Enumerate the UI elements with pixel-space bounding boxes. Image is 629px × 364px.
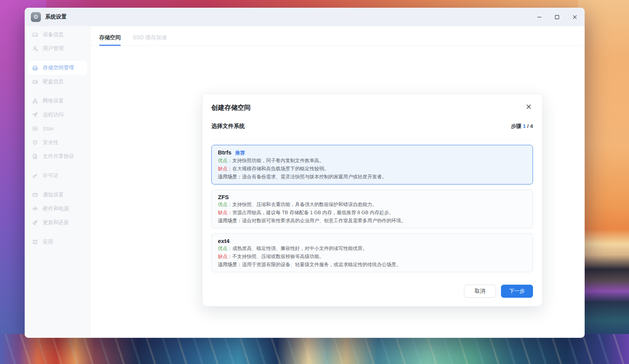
scene-text: 适用于资源有限的设备、轻量级文件服务，或追求稳定性的传统办公场景。 [242, 262, 401, 267]
power-icon [32, 206, 38, 212]
network-icon [32, 98, 38, 104]
sidebar-item-security[interactable]: 安全性 [29, 136, 87, 149]
settings-window: ⚙ 系统设置 设备信息 用户管理 [25, 8, 585, 338]
maximize-icon[interactable] [554, 14, 560, 20]
paper-plane-icon [32, 112, 38, 118]
sidebar-item-update-restore[interactable]: 更新和还原 [29, 216, 87, 230]
titlebar: ⚙ 系统设置 [25, 8, 585, 26]
pros-text: 支持快照、压缩和去重功能，具备强大的数据保护和错误自愈能力。 [233, 202, 377, 207]
pros-label: 优点： [218, 246, 233, 251]
user-icon [32, 45, 38, 52]
envelope-icon [32, 192, 38, 198]
dialog-footer: 取消 下一步 [464, 285, 533, 298]
fs-scene-line: 适用场景：适合有备份需求、需灵活快照与版本控制的家庭用户或轻度开发者。 [218, 173, 526, 181]
sidebar-item-label: 通知设置 [43, 191, 64, 198]
sidebar-item-network-settings[interactable]: 网络设置 [29, 94, 87, 108]
sidebar-item-label: 存储空间管理 [43, 64, 74, 71]
cons-label: 缺点： [218, 210, 233, 215]
window-title: 系统设置 [45, 13, 67, 20]
fs-pros-line: 优点：支持快照、压缩和去重功能，具备强大的数据保护和错误自愈能力。 [218, 201, 526, 208]
sidebar-group: 通知设置 硬件和电源 更新和还原 [25, 188, 91, 230]
create-storage-dialog: 创建存储空间 选择文件系统 步骤 1 / 4 Btrfs 推荐 优点：支持快照功… [202, 94, 543, 307]
next-button[interactable]: 下一步 [501, 285, 533, 298]
cons-label: 缺点： [218, 254, 233, 259]
window-controls [536, 14, 578, 20]
sidebar-item-hardware-power[interactable]: 硬件和电源 [29, 202, 87, 216]
sidebar-item-label: 用户管理 [43, 45, 64, 52]
fs-name: ZFS [218, 194, 229, 200]
sidebar-item-label: SSH [43, 126, 54, 132]
sidebar-item-user-management[interactable]: 用户管理 [29, 42, 87, 55]
minimize-icon[interactable] [536, 14, 542, 20]
fs-card-ext4[interactable]: ext4 优点：成熟度高、稳定性强、兼容性好，对中小文件的读写性能优异。 缺点：… [211, 233, 533, 272]
cons-text: 在大规模存储和高负载场景下的稳定性较弱。 [233, 166, 329, 171]
wallpaper-bottom [0, 334, 629, 364]
tab-bar: 存储空间 SSD 缓存加速 [91, 26, 585, 46]
sidebar-item-label: 文件共享协议 [43, 153, 74, 160]
device-icon [32, 32, 38, 38]
sidebar-item-label: 许可证 [43, 172, 59, 179]
scene-label: 适用场景： [218, 174, 242, 179]
sidebar: 设备信息 用户管理 存储空间管理 硬盘信息 [25, 26, 91, 338]
fs-cons-line: 缺点：不支持快照、压缩或数据校验等高级功能。 [218, 253, 526, 260]
sidebar-item-label: 硬件和电源 [43, 205, 69, 212]
fs-name: ext4 [218, 238, 229, 244]
dialog-title: 创建存储空间 [211, 103, 533, 112]
tab-ssd-cache[interactable]: SSD 缓存加速 [133, 34, 167, 45]
sidebar-item-label: 应用 [43, 238, 53, 245]
step-rest: / 4 [526, 123, 533, 129]
sidebar-item-disk-info[interactable]: 硬盘信息 [29, 75, 87, 89]
fs-pros-line: 优点：支持快照功能，同子卷内复制文件效率高。 [218, 157, 526, 164]
sidebar-item-remote-access[interactable]: 远程访问 [29, 108, 87, 122]
sidebar-item-label: 网络设置 [43, 97, 64, 104]
fs-cons-line: 缺点：资源占用较高，建议每 TB 存储配备 1 GB 内存，最低推荐 8 GB … [218, 209, 526, 216]
sidebar-group: 设备信息 用户管理 [25, 28, 91, 55]
sidebar-item-storage-management[interactable]: 存储空间管理 [29, 61, 87, 75]
sidebar-item-label: 硬盘信息 [43, 78, 64, 85]
disk-icon [32, 79, 38, 85]
sidebar-item-label: 更新和还原 [43, 219, 69, 226]
fs-card-header: Btrfs 推荐 [218, 149, 526, 156]
scene-text: 适合对数据可靠性要求高的企业用户、创意工作室及需要多用户协作的环境。 [242, 218, 406, 223]
sidebar-item-label: 远程访问 [43, 111, 64, 118]
shield-icon [32, 139, 38, 146]
scene-text: 适合有备份需求、需灵活快照与版本控制的家庭用户或轻度开发者。 [242, 174, 387, 179]
terminal-icon [32, 126, 38, 132]
storage-icon [32, 65, 38, 71]
sidebar-item-apps[interactable]: 应用 [29, 235, 87, 249]
step-indicator: 步骤 1 / 4 [511, 123, 533, 130]
recommended-badge: 推荐 [235, 150, 245, 156]
sidebar-item-label: 设备信息 [43, 31, 64, 38]
fs-name: Btrfs [218, 149, 231, 156]
fs-card-header: ext4 [218, 238, 526, 244]
sidebar-group: 网络设置 远程访问 SSH 安全性 文件共享协议 [25, 94, 91, 163]
sidebar-group: 应用 [25, 235, 91, 249]
sidebar-item-file-sharing[interactable]: 文件共享协议 [29, 149, 87, 163]
fs-cons-line: 缺点：在大规模存储和高负载场景下的稳定性较弱。 [218, 165, 526, 173]
sidebar-item-notifications[interactable]: 通知设置 [29, 188, 87, 202]
fs-card-header: ZFS [218, 194, 526, 200]
tab-storage-space[interactable]: 存储空间 [99, 34, 121, 45]
close-icon[interactable] [572, 14, 578, 20]
dialog-close-icon[interactable] [525, 103, 532, 110]
cons-label: 缺点： [218, 166, 233, 171]
rocket-icon [32, 220, 38, 226]
sidebar-item-license[interactable]: 许可证 [29, 169, 87, 183]
fs-scene-line: 适用场景：适合对数据可靠性要求高的企业用户、创意工作室及需要多用户协作的环境。 [218, 217, 526, 225]
cancel-button[interactable]: 取消 [464, 285, 496, 298]
cons-text: 资源占用较高，建议每 TB 存储配备 1 GB 内存，最低推荐 8 GB 内存起… [233, 210, 394, 215]
fs-pros-line: 优点：成熟度高、稳定性强、兼容性好，对中小文件的读写性能优异。 [218, 245, 526, 252]
step-prefix: 步骤 [511, 123, 523, 129]
scene-label: 适用场景： [218, 218, 242, 223]
sidebar-item-device-info[interactable]: 设备信息 [29, 28, 87, 42]
fs-card-btrfs[interactable]: Btrfs 推荐 优点：支持快照功能，同子卷内复制文件效率高。 缺点：在大规模存… [211, 145, 533, 185]
sidebar-item-ssh[interactable]: SSH [29, 122, 87, 136]
grid-icon [32, 239, 38, 245]
sidebar-group: 存储空间管理 硬盘信息 [25, 61, 91, 89]
sidebar-group: 许可证 [25, 169, 91, 183]
fs-card-zfs[interactable]: ZFS 优点：支持快照、压缩和去重功能，具备强大的数据保护和错误自愈能力。 缺点… [211, 190, 533, 228]
main-content: 存储空间 SSD 缓存加速 创建存储空间 选择文件系统 步骤 1 / 4 Btr… [91, 26, 585, 338]
dialog-subheader: 选择文件系统 步骤 1 / 4 [211, 122, 533, 140]
cons-text: 不支持快照、压缩或数据校验等高级功能。 [233, 254, 324, 259]
key-icon [32, 173, 38, 179]
